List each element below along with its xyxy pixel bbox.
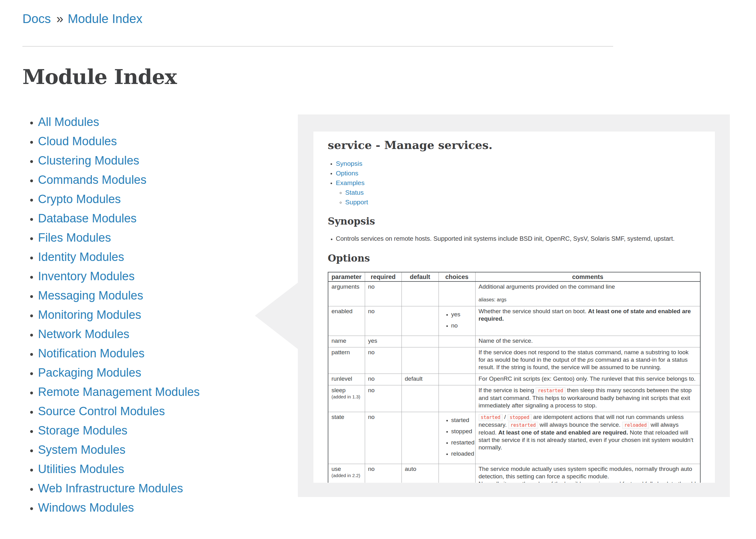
default-cell: auto: [402, 464, 438, 483]
module-category-link[interactable]: All Modules: [38, 116, 99, 128]
synopsis-list: Controls services on remote hosts. Suppo…: [328, 235, 701, 243]
module-category-link[interactable]: Commands Modules: [38, 173, 146, 186]
text-run: Name of the service.: [479, 338, 533, 344]
options-table-body: argumentsnoAdditional arguments provided…: [328, 281, 700, 483]
italic-text: ps: [587, 356, 594, 363]
choice-item: stopped: [451, 428, 472, 435]
choices-cell: [438, 385, 475, 412]
breadcrumb-link-current[interactable]: Module Index: [67, 12, 142, 26]
aliases-note: aliases: args: [479, 296, 697, 304]
comments-cell: started / stopped are idempotent actions…: [475, 412, 700, 464]
choice-item: reloaded: [451, 450, 472, 457]
toc-link[interactable]: Synopsis: [336, 160, 362, 167]
choices-cell: [438, 347, 475, 374]
required-cell: no: [365, 464, 402, 483]
text-run: Normally it uses the value of the 'ansib…: [479, 481, 696, 483]
param-added-note: (added in 2.2): [331, 473, 362, 478]
bold-text: At least one of state and enabled are re…: [498, 429, 628, 436]
choice-item: no: [451, 322, 472, 329]
param-added-note: (added in 1.3): [331, 394, 362, 400]
param-cell: state: [328, 412, 365, 464]
code-literal: stopped: [508, 414, 531, 421]
breadcrumb-separator: »: [56, 12, 63, 26]
toc-item: ExamplesStatusSupport: [336, 180, 701, 205]
module-category-link[interactable]: System Modules: [38, 443, 126, 456]
module-category-link[interactable]: Web Infrastructure Modules: [38, 482, 183, 495]
synopsis-heading: Synopsis: [328, 215, 701, 227]
param-name: pattern: [331, 348, 362, 356]
module-category-link[interactable]: Network Modules: [38, 328, 130, 341]
module-category-link[interactable]: Source Control Modules: [38, 405, 165, 418]
breadcrumb-divider: [22, 46, 613, 47]
choices-cell: yesno: [438, 306, 475, 336]
breadcrumb-link-docs[interactable]: Docs: [22, 12, 51, 26]
comment-paragraph: started / stopped are idempotent actions…: [479, 413, 697, 451]
text-run: Whether the service should start on boot…: [479, 308, 588, 314]
choices-cell: startedstoppedrestartedreloaded: [438, 412, 475, 464]
text-run: Additional arguments provided on the com…: [479, 283, 615, 290]
module-category-link[interactable]: Remote Management Modules: [38, 385, 200, 398]
module-category-link[interactable]: Identity Modules: [38, 250, 124, 264]
module-category-link[interactable]: Packaging Modules: [38, 366, 141, 379]
table-row: statenostartedstoppedrestartedreloadedst…: [328, 412, 700, 464]
required-cell: yes: [365, 336, 402, 347]
choices-list: startedstoppedrestartedreloaded: [442, 417, 472, 457]
text-run: For OpenRC init scripts (ex: Gentoo) onl…: [479, 375, 696, 382]
comments-cell: For OpenRC init scripts (ex: Gentoo) onl…: [475, 374, 700, 385]
module-category-link[interactable]: Inventory Modules: [38, 270, 135, 283]
choices-cell: [438, 464, 475, 483]
param-cell: sleep(added in 1.3): [328, 385, 365, 412]
page-title: Module Index: [22, 65, 620, 89]
choices-cell: [438, 281, 475, 306]
choice-item: yes: [451, 311, 472, 318]
required-cell: no: [365, 306, 402, 336]
module-category-link[interactable]: Notification Modules: [38, 347, 144, 360]
comment-paragraph: For OpenRC init scripts (ex: Gentoo) onl…: [479, 375, 697, 383]
column-header: parameter: [328, 272, 365, 281]
comment-paragraph: Name of the service.: [479, 337, 697, 345]
code-literal: started: [479, 414, 503, 421]
table-row: enablednoyesnoWhether the service should…: [328, 306, 700, 336]
doc-toc: SynopsisOptionsExamplesStatusSupport: [328, 160, 701, 205]
table-row: patternnoIf the service does not respond…: [328, 347, 700, 374]
table-row: runlevelnodefaultFor OpenRC init scripts…: [328, 374, 700, 385]
module-category-link[interactable]: Clustering Modules: [38, 154, 139, 167]
module-category-link[interactable]: Utilities Modules: [38, 462, 124, 476]
param-cell: name: [328, 336, 365, 347]
module-category-link[interactable]: Monitoring Modules: [38, 308, 141, 321]
choice-item: restarted: [451, 439, 472, 446]
module-category-link[interactable]: Storage Modules: [38, 424, 127, 437]
toc-link[interactable]: Examples: [336, 179, 364, 186]
module-category-link[interactable]: Messaging Modules: [38, 289, 143, 302]
popup-arrow-left: [255, 282, 298, 349]
module-category-link[interactable]: Windows Modules: [38, 501, 134, 514]
comments-cell: If the service does not respond to the s…: [475, 347, 700, 374]
toc-link[interactable]: Support: [345, 198, 368, 205]
param-cell: arguments: [328, 281, 365, 306]
required-cell: no: [365, 281, 402, 306]
toc-link[interactable]: Status: [345, 189, 364, 196]
toc-sublist: StatusSupport: [336, 189, 701, 205]
module-category-link[interactable]: Crypto Modules: [38, 193, 121, 205]
toc-item: Options: [336, 170, 701, 177]
module-category-link[interactable]: Files Modules: [38, 231, 111, 244]
comment-paragraph: Additional arguments provided on the com…: [479, 283, 697, 290]
param-cell: enabled: [328, 306, 365, 336]
text-run: will always bounce the service.: [538, 422, 622, 428]
comment-paragraph: The service module actually uses system …: [479, 465, 697, 480]
module-category-link[interactable]: Cloud Modules: [38, 135, 117, 148]
toc-link[interactable]: Options: [336, 170, 358, 177]
required-cell: no: [365, 385, 402, 412]
default-cell: [402, 281, 438, 306]
choices-cell: [438, 374, 475, 385]
text-run: /: [503, 414, 508, 420]
comments-cell: Whether the service should start on boot…: [475, 306, 700, 336]
module-doc-popup: service - Manage services. SynopsisOptio…: [298, 115, 730, 497]
options-heading: Options: [328, 253, 701, 264]
param-name: sleep: [331, 387, 362, 394]
options-table-header-row: parameterrequireddefaultchoicescomments: [328, 272, 700, 281]
choice-item: started: [451, 417, 472, 424]
param-name: arguments: [331, 283, 362, 290]
default-cell: [402, 306, 438, 336]
module-category-link[interactable]: Database Modules: [38, 212, 137, 225]
